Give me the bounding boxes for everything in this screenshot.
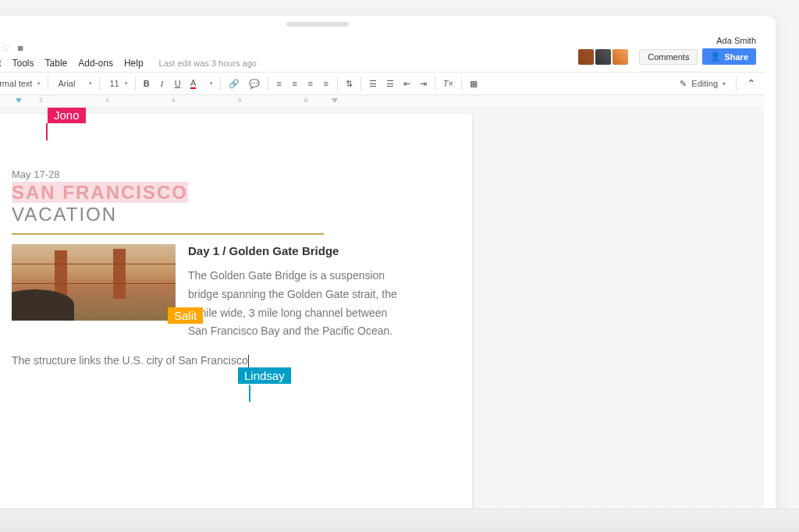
align-left-icon[interactable]: ≡ — [272, 76, 286, 91]
font-dropdown[interactable]: Arial — [52, 76, 95, 90]
separator — [99, 76, 100, 90]
menu-help[interactable]: Help — [124, 58, 144, 69]
italic-icon[interactable]: I — [155, 76, 169, 91]
menu-format[interactable]: Format — [0, 58, 2, 69]
collapse-toolbar-icon[interactable]: ⌃ — [747, 77, 756, 90]
chevron-down-icon: ▾ — [723, 80, 726, 87]
link-icon[interactable]: 🔗 — [225, 76, 243, 91]
app-window: n Francisco Vacation ☆ ■ Ada Smith Comme… — [0, 37, 764, 532]
comment-icon[interactable]: 💬 — [245, 76, 264, 91]
laptop-frame: n Francisco Vacation ☆ ■ Ada Smith Comme… — [0, 16, 776, 532]
bridge-image[interactable] — [12, 244, 176, 321]
separator — [135, 76, 136, 90]
increase-indent-icon[interactable]: ⇥ — [416, 76, 431, 91]
mode-label: Editing — [691, 79, 718, 88]
laptop-notch — [286, 22, 349, 27]
bold-icon[interactable]: B — [140, 76, 154, 91]
clear-formatting-icon[interactable]: T× — [439, 76, 457, 91]
ruler[interactable]: 1 2 3 4 5 6 — [0, 95, 764, 108]
menu-tools[interactable]: Tools — [12, 58, 34, 69]
share-label: Share — [724, 52, 748, 62]
star-icon[interactable]: ☆ — [1, 41, 11, 54]
separator — [360, 76, 361, 90]
last-edit-label[interactable]: Last edit was 3 hours ago — [159, 59, 257, 68]
separator — [736, 76, 737, 90]
comments-button[interactable]: Comments — [639, 49, 698, 65]
align-right-icon[interactable]: ≡ — [304, 76, 318, 91]
doc-title-2[interactable]: VACATION — [12, 204, 402, 225]
doc-date[interactable]: May 17-28 — [12, 168, 402, 180]
document-page[interactable]: Jono May 17-28 SAN FRANCISCO VACATION D — [0, 114, 472, 528]
avatar[interactable] — [578, 49, 594, 65]
underline-icon[interactable]: U — [171, 76, 185, 91]
align-justify-icon[interactable]: ≡ — [319, 76, 333, 91]
content-section: Day 1 / Golden Gate Bridge The Golden Ga… — [12, 244, 402, 371]
ruler-mark: 6 — [304, 97, 307, 104]
separator — [461, 76, 462, 90]
text-color-icon[interactable]: A — [186, 76, 201, 91]
fontsize-dropdown[interactable]: 11 — [104, 76, 130, 90]
align-center-icon[interactable]: ≡ — [288, 76, 302, 91]
mode-dropdown[interactable]: ✎ Editing ▾ — [680, 79, 726, 89]
collab-cursor-line — [46, 123, 48, 140]
collab-cursor-lindsay: Lindsay — [238, 367, 291, 384]
collab-cursor-salit: Salit — [168, 307, 203, 324]
menu-table[interactable]: Table — [45, 58, 68, 69]
account-name[interactable]: Ada Smith — [716, 37, 756, 45]
separator — [48, 76, 48, 90]
document-canvas[interactable]: Jono May 17-28 SAN FRANCISCO VACATION D — [0, 108, 764, 528]
collab-cursor-line — [249, 385, 250, 402]
folder-icon[interactable]: ■ — [17, 42, 23, 54]
indent-marker-icon[interactable] — [332, 98, 338, 103]
ruler-mark: 4 — [172, 97, 175, 104]
header-bar: n Francisco Vacation ☆ ■ Ada Smith Comme… — [0, 37, 764, 56]
avatar[interactable] — [613, 49, 628, 65]
separator — [220, 76, 221, 90]
separator — [337, 76, 338, 90]
collaborator-avatars — [578, 49, 628, 65]
numbered-list-icon[interactable]: ☰ — [365, 76, 381, 91]
doc-title-1[interactable]: SAN FRANCISCO — [12, 182, 188, 203]
text-cursor — [248, 355, 249, 367]
ruler-mark: 5 — [238, 97, 241, 104]
share-button[interactable]: 👤 Share — [702, 48, 756, 65]
collab-cursor-jono: Jono — [48, 108, 86, 123]
ruler-mark: 2 — [39, 97, 42, 104]
indent-marker-icon[interactable] — [16, 98, 22, 103]
divider — [12, 233, 324, 235]
avatar[interactable] — [595, 49, 611, 65]
separator — [268, 76, 268, 90]
pencil-icon: ✎ — [680, 79, 687, 89]
toolbar: ↶ ↷ ✎ 100% Normal text Arial 11 B I U A … — [0, 72, 764, 95]
decrease-indent-icon[interactable]: ⇤ — [400, 76, 414, 91]
separator — [435, 76, 435, 90]
laptop-base — [0, 509, 799, 532]
ruler-mark: 3 — [105, 97, 108, 104]
input-tools-icon[interactable]: ▦ — [466, 76, 481, 91]
menu-addons[interactable]: Add-ons — [78, 58, 113, 69]
style-dropdown[interactable]: Normal text — [0, 76, 44, 90]
body-paragraph: The structure links the U.S. city of San… — [12, 352, 402, 371]
text-color-dropdown[interactable] — [202, 81, 216, 86]
bulleted-list-icon[interactable]: ☰ — [382, 76, 398, 91]
line-spacing-icon[interactable]: ⇅ — [342, 76, 357, 91]
share-icon: 👤 — [710, 51, 721, 62]
